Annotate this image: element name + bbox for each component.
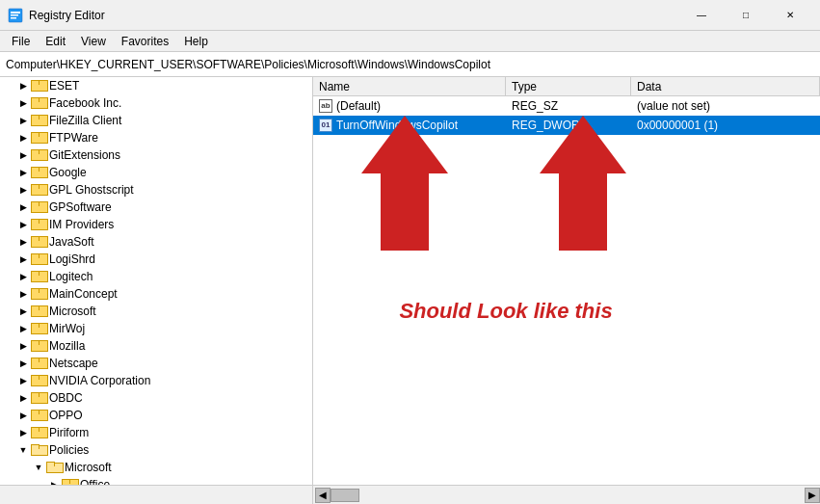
folder-icon <box>46 461 62 474</box>
tree-label: Microsoft <box>49 305 96 318</box>
tree-item-gpl[interactable]: ▶ GPL Ghostscript <box>0 181 312 199</box>
maximize-button[interactable]: □ <box>724 0 768 31</box>
expand-icon[interactable]: ▶ <box>15 356 31 371</box>
expand-icon[interactable]: ▼ <box>15 442 31 458</box>
tree-label: FTPWare <box>49 131 98 145</box>
expand-icon[interactable]: ▶ <box>15 252 31 267</box>
column-headers: Name Type Data <box>313 77 820 96</box>
tree-item-nvidia[interactable]: ▶ NVIDIA Corporation <box>0 372 312 389</box>
folder-icon <box>31 235 46 249</box>
expand-icon[interactable]: ▶ <box>15 78 31 93</box>
scroll-track[interactable] <box>331 488 805 503</box>
minimize-button[interactable]: — <box>679 0 724 31</box>
expand-icon[interactable]: ▶ <box>15 147 31 163</box>
tree-item-gpsoft[interactable]: ▶ GPSoftware <box>0 199 312 216</box>
tree-item-gitextensions[interactable]: ▶ GitExtensions <box>0 146 312 164</box>
expand-icon[interactable]: ▶ <box>15 234 31 250</box>
folder-icon <box>31 166 46 179</box>
expand-icon[interactable]: ▶ <box>15 269 31 284</box>
tree-label: IM Providers <box>49 218 114 231</box>
tree-item-netscape[interactable]: ▶ Netscape <box>0 355 312 372</box>
expand-icon[interactable]: ▶ <box>46 477 62 485</box>
scroll-thumb[interactable] <box>331 489 359 502</box>
status-bar-left <box>0 486 313 504</box>
expand-icon[interactable]: ▶ <box>15 408 31 423</box>
tree-item-ftpware[interactable]: ▶ FTPWare <box>0 129 312 146</box>
expand-icon[interactable]: ▶ <box>15 113 31 128</box>
reg-type-default: REG_SZ <box>506 99 631 113</box>
expand-icon[interactable]: ▼ <box>31 460 46 475</box>
tree-item-piriform[interactable]: ▶ Piriform <box>0 424 312 441</box>
address-path: Computer\HKEY_CURRENT_USER\SOFTWARE\Poli… <box>6 58 490 71</box>
tree-item-office[interactable]: ▶ Office <box>0 476 312 485</box>
folder-icon <box>31 218 46 231</box>
expand-icon[interactable]: ▶ <box>15 286 31 302</box>
main-layout: ▶ ESET ▶ Facebook Inc. ▶ FileZilla Clien… <box>0 77 820 485</box>
reg-name-label: TurnOffWindowsCopilot <box>336 119 458 132</box>
expand-icon[interactable]: ▶ <box>15 199 31 215</box>
tree-label: Logitech <box>49 270 93 283</box>
tree-item-improviders[interactable]: ▶ IM Providers <box>0 216 312 233</box>
expand-icon[interactable]: ▶ <box>15 182 31 198</box>
tree-item-logitech[interactable]: ▶ Logitech <box>0 268 312 285</box>
annotation-overlay: Should Look like this <box>313 77 820 485</box>
tree-label: Google <box>49 166 87 179</box>
svg-rect-2 <box>11 14 18 16</box>
tree-label: GPL Ghostscript <box>49 183 134 197</box>
registry-row-default[interactable]: ab (Default) REG_SZ (value not set) <box>313 96 820 116</box>
scroll-right-btn[interactable]: ▶ <box>805 488 820 503</box>
tree-label: Mozilla <box>49 339 85 353</box>
menu-help[interactable]: Help <box>176 33 216 50</box>
svg-rect-1 <box>11 12 20 13</box>
close-button[interactable]: ✕ <box>768 0 812 31</box>
tree-item-filezilla[interactable]: ▶ FileZilla Client <box>0 112 312 129</box>
tree-item-google[interactable]: ▶ Google <box>0 164 312 181</box>
window-title: Registry Editor <box>29 9 679 22</box>
arrow-up-right <box>540 116 626 251</box>
tree-item-mirwoj[interactable]: ▶ MirWoj <box>0 320 312 337</box>
registry-row-copilot[interactable]: 01 TurnOffWindowsCopilot REG_DWORD 0x000… <box>313 116 820 135</box>
folder-icon <box>62 478 77 485</box>
menu-bar: File Edit View Favorites Help <box>0 31 820 52</box>
tree-scroll[interactable]: ▶ ESET ▶ Facebook Inc. ▶ FileZilla Clien… <box>0 77 312 485</box>
tree-item-oppo[interactable]: ▶ OPPO <box>0 407 312 424</box>
tree-label: GPSoftware <box>49 200 112 214</box>
tree-item-obdc[interactable]: ▶ OBDC <box>0 389 312 407</box>
arrow-body-left <box>381 173 429 251</box>
tree-item-javasoft[interactable]: ▶ JavaSoft <box>0 233 312 251</box>
expand-icon[interactable]: ▶ <box>15 217 31 232</box>
expand-icon[interactable]: ▶ <box>15 390 31 406</box>
tree-label: LogiShrd <box>49 252 95 266</box>
tree-item-policies-microsoft[interactable]: ▼ Microsoft <box>0 459 312 476</box>
folder-icon <box>31 426 46 439</box>
tree-item-microsoft[interactable]: ▶ Microsoft <box>0 303 312 320</box>
expand-icon[interactable]: ▶ <box>15 304 31 319</box>
tree-item-facebook[interactable]: ▶ Facebook Inc. <box>0 94 312 112</box>
tree-item-logishrd[interactable]: ▶ LogiShrd <box>0 251 312 268</box>
tree-item-mainconcept[interactable]: ▶ MainConcept <box>0 285 312 303</box>
tree-item-mozilla[interactable]: ▶ Mozilla <box>0 337 312 355</box>
menu-view[interactable]: View <box>73 33 114 50</box>
reg-name-copilot: 01 TurnOffWindowsCopilot <box>313 119 506 132</box>
horizontal-scrollbar[interactable]: ◀ ▶ <box>313 488 820 503</box>
expand-icon[interactable]: ▶ <box>15 321 31 336</box>
tree-item-policies[interactable]: ▼ Policies <box>0 441 312 459</box>
folder-icon <box>31 183 46 197</box>
tree-label: OPPO <box>49 409 83 422</box>
folder-icon <box>31 374 46 387</box>
expand-icon[interactable]: ▶ <box>15 130 31 146</box>
expand-icon[interactable]: ▶ <box>15 165 31 180</box>
menu-edit[interactable]: Edit <box>38 33 73 50</box>
folder-icon <box>31 287 46 301</box>
menu-favorites[interactable]: Favorites <box>114 33 176 50</box>
menu-file[interactable]: File <box>4 33 38 50</box>
expand-icon[interactable]: ▶ <box>15 338 31 354</box>
tree-item-eset[interactable]: ▶ ESET <box>0 77 312 94</box>
expand-icon[interactable]: ▶ <box>15 425 31 440</box>
tree-label: Netscape <box>49 357 98 370</box>
folder-icon <box>31 305 46 318</box>
reg-type-copilot: REG_DWORD <box>506 119 631 132</box>
expand-icon[interactable]: ▶ <box>15 95 31 111</box>
scroll-left-btn[interactable]: ◀ <box>315 488 331 503</box>
expand-icon[interactable]: ▶ <box>15 373 31 388</box>
